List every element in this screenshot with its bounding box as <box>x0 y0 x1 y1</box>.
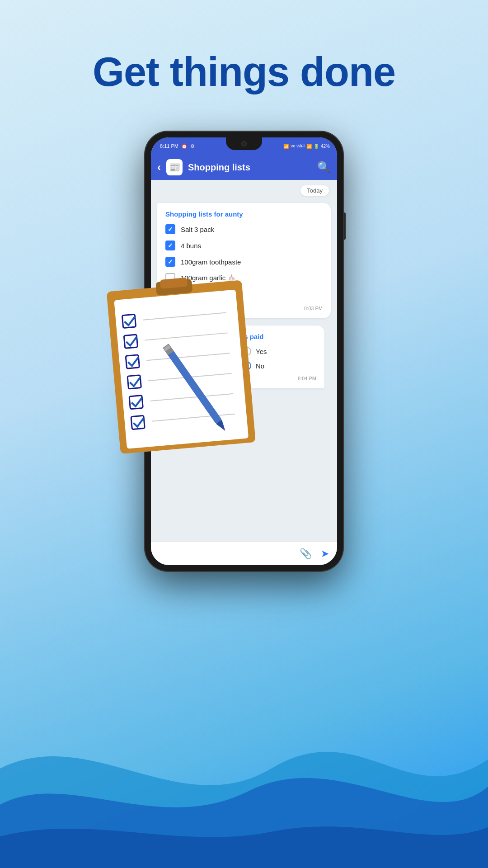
status-time: 8:11 PM <box>160 143 178 149</box>
search-button[interactable]: 🔍 <box>317 161 331 174</box>
checklist-item[interactable]: 4 buns <box>165 241 323 250</box>
item-label: 4 buns <box>181 242 201 250</box>
bottom-action-bar: 📎 ➤ <box>151 542 337 565</box>
phone-mockup: 8:11 PM ⏰ ⚙ 📶 Vo WiFi 📶 🔋 42% ‹ 📰 <box>117 131 371 571</box>
wifi-icon: 📶 <box>306 144 312 149</box>
status-right: 📶 Vo WiFi 📶 🔋 42% <box>283 144 330 149</box>
shopping-list-title: Shopping lists for aunty <box>165 210 323 218</box>
clipboard-illustration <box>96 259 284 466</box>
alarm-icon: ⏰ <box>181 143 188 149</box>
signal-icon: 📶 <box>283 144 289 149</box>
status-left: 8:11 PM ⏰ ⚙ <box>160 143 195 149</box>
battery-level: 42% <box>321 144 330 149</box>
checklist-item[interactable]: Salt 3 pack <box>165 224 323 234</box>
phone-notch <box>226 137 262 150</box>
app-icon: 📰 <box>166 159 183 175</box>
front-camera <box>241 141 247 146</box>
hero-title: Get things done <box>0 0 488 95</box>
screen-title: Shopping lists <box>188 162 312 173</box>
checkbox-checked[interactable] <box>165 257 175 267</box>
checkbox-checked[interactable] <box>165 241 175 250</box>
battery-icon: 🔋 <box>314 144 319 149</box>
attachment-button[interactable]: 📎 <box>300 548 312 560</box>
send-button[interactable]: ➤ <box>321 548 329 560</box>
settings-icon: ⚙ <box>190 143 195 149</box>
back-button[interactable]: ‹ <box>157 161 161 174</box>
phone-power-button <box>343 212 346 240</box>
date-section: Today <box>151 180 337 199</box>
wifi-label: Vo WiFi <box>291 144 305 148</box>
item-label: Salt 3 pack <box>181 226 214 233</box>
app-bar: ‹ 📰 Shopping lists 🔍 <box>151 155 337 180</box>
checkbox-checked[interactable] <box>165 224 175 234</box>
date-badge: Today <box>300 185 329 196</box>
